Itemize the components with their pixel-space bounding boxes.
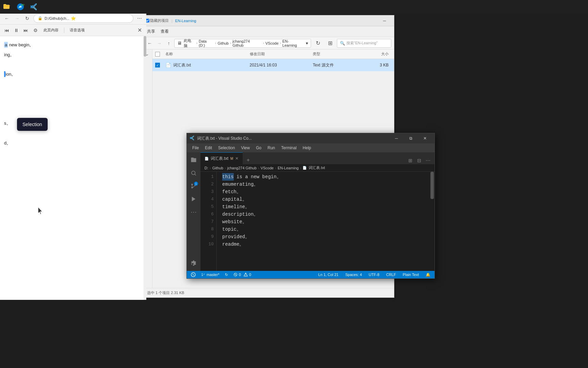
activity-more-icon[interactable]: ⋯ xyxy=(189,207,199,217)
vscode-close-btn[interactable]: ✕ xyxy=(418,134,432,143)
add-tab-btn[interactable]: + xyxy=(244,156,252,164)
reader-back-btn[interactable]: ⏮ xyxy=(3,26,11,34)
menu-help[interactable]: Help xyxy=(300,145,314,151)
split-editor-btn[interactable]: ⊞ xyxy=(407,157,414,164)
file-checkbox[interactable]: ✓ xyxy=(155,63,160,67)
vscode-window: 词汇表.txt - Visual Studio Co... ─ ⧉ ✕ File… xyxy=(186,133,435,279)
bc-arrow-4: › xyxy=(275,166,276,170)
vscode-minimize-btn[interactable]: ─ xyxy=(390,134,403,143)
menu-view[interactable]: View xyxy=(238,145,252,151)
breadcrumb-pc[interactable]: 此电脑 xyxy=(184,38,195,48)
statusbar-position[interactable]: Ln 1, Col 21 xyxy=(317,271,340,278)
menu-file[interactable]: File xyxy=(190,145,201,151)
statusbar-branch[interactable]: master* xyxy=(200,271,221,278)
reader-next-btn[interactable]: ⏭ xyxy=(22,26,30,34)
bc-sep-3: › xyxy=(230,41,231,45)
browser-addressbar: ← → ↻ 🔒 D:/Github/jch... ⭐ ⋯ xyxy=(0,12,146,25)
close-reader-btn[interactable]: ✕ xyxy=(135,26,144,34)
reader-play-btn[interactable]: ⏸ xyxy=(12,26,20,34)
vscode-taskbar-icon[interactable] xyxy=(27,0,41,14)
explorer-minimize-btn[interactable]: ─ xyxy=(378,16,391,26)
nav-back-btn[interactable]: ← xyxy=(146,39,154,47)
type-col-header[interactable]: 类型 xyxy=(313,51,355,57)
code-line-3-text: fetch。 xyxy=(222,188,241,196)
breadcrumb-jchang[interactable]: jchang274 Github xyxy=(232,39,261,47)
bc-drive[interactable]: D: xyxy=(205,166,208,170)
pipe-sep: | xyxy=(170,19,174,23)
statusbar-language[interactable]: Plain Text xyxy=(402,271,421,278)
explorer-ribbon-tabs: 隐藏的项目 | EN-Learning xyxy=(146,18,376,23)
line-numbers: 1 2 3 4 5 6 7 8 9 10 xyxy=(200,172,217,271)
nav-up-btn[interactable]: ↑ xyxy=(165,39,173,47)
editor-scrollbar[interactable] xyxy=(430,172,435,271)
size-col-header[interactable]: 大小 xyxy=(355,51,391,57)
statusbar-error-icon[interactable] xyxy=(190,271,197,278)
breadcrumb-enlearning[interactable]: EN-Learning xyxy=(282,39,303,47)
activity-debug-icon[interactable] xyxy=(189,194,199,204)
statusbar-line-ending[interactable]: CRLF xyxy=(385,271,397,278)
refresh-button[interactable]: ↻ xyxy=(23,14,31,22)
activity-git-icon[interactable]: 1 xyxy=(189,181,199,191)
menu-selection[interactable]: Selection xyxy=(215,145,238,151)
search-bar[interactable]: 🔍 搜索"EN-Learning" xyxy=(337,39,391,48)
statusbar-sync[interactable]: ↻ xyxy=(224,271,229,278)
breadcrumb[interactable]: 🖥 此电脑 › Data (D:) › Github › jchang274 G… xyxy=(174,39,311,48)
bc-vsc[interactable]: VScode xyxy=(261,166,274,170)
statusbar-errors[interactable]: 0 0 xyxy=(232,271,252,278)
bc-github[interactable]: Github xyxy=(212,166,223,170)
edge-taskbar-icon[interactable]: DEV xyxy=(14,0,27,14)
forward-button[interactable]: → xyxy=(13,14,21,22)
reader-scrollbar[interactable] xyxy=(144,36,146,300)
voice-options-btn[interactable]: 语音选项 xyxy=(67,27,87,33)
editor-more-btn[interactable]: ⋯ xyxy=(424,157,432,164)
menu-edit[interactable]: Edit xyxy=(202,145,215,151)
breadcrumb-dropdown[interactable]: ▾ xyxy=(306,41,308,46)
bc-filename[interactable]: 词汇表.txt xyxy=(309,165,325,170)
reader-settings-btn[interactable]: ⚙ xyxy=(31,26,39,34)
file-row-cihuibiao[interactable]: ✓ 📄 词汇表.txt 2021/4/1 16:03 Text 源文件 3 KB xyxy=(152,59,394,71)
nav-forward-btn[interactable]: → xyxy=(155,39,163,47)
content-line-blank-1 xyxy=(4,61,142,68)
bc-enl[interactable]: EN-Learning xyxy=(278,166,299,170)
breadcrumb-vscode[interactable]: VScode xyxy=(265,41,279,45)
vscode-body: 1 ⋯ 📄 词汇表.txt M xyxy=(187,152,435,271)
vscode-tab-cihuibiao[interactable]: 📄 词汇表.txt M ✕ xyxy=(200,152,243,164)
folder-taskbar-icon[interactable] xyxy=(0,0,14,14)
content-blank-6 xyxy=(4,130,142,137)
refresh-btn[interactable]: ↻ xyxy=(314,39,322,47)
file-date-col: 2021/4/1 16:03 xyxy=(250,63,313,67)
address-input[interactable]: 🔒 D:/Github/jch... ⭐ xyxy=(33,14,133,23)
activity-settings-icon[interactable] xyxy=(189,258,199,268)
warnings-count: 0 xyxy=(249,273,251,277)
menu-run[interactable]: Run xyxy=(265,145,278,151)
date-col-header[interactable]: 修改日期 xyxy=(250,51,313,57)
statusbar-encoding[interactable]: UTF-8 xyxy=(368,271,381,278)
statusbar-bell-icon[interactable]: 🔔 xyxy=(424,271,432,278)
view-btn[interactable]: 查看 xyxy=(161,29,169,34)
activity-search-icon[interactable] xyxy=(189,168,199,178)
code-line-4: capital。 xyxy=(222,196,430,203)
page-content-btn[interactable]: 此页内容 xyxy=(41,27,61,33)
editor-code[interactable]: this is a new begin。 emumerating。 fetch。… xyxy=(217,172,430,271)
back-button[interactable]: ← xyxy=(3,14,11,22)
breadcrumb-data[interactable]: Data (D:) xyxy=(199,39,214,47)
statusbar-spaces[interactable]: Spaces: 4 xyxy=(344,271,363,278)
highlighted-this: a xyxy=(4,42,8,48)
select-all-checkbox[interactable] xyxy=(155,52,160,57)
browser-menu-button[interactable]: ⋯ xyxy=(135,14,144,22)
name-col-header[interactable]: 名称 xyxy=(165,51,250,57)
menu-terminal[interactable]: Terminal xyxy=(278,145,299,151)
editor-layout-btn[interactable]: ⊟ xyxy=(415,157,423,164)
vscode-restore-btn[interactable]: ⧉ xyxy=(404,134,418,143)
share-btn[interactable]: 共享 xyxy=(147,29,155,34)
breadcrumb-github[interactable]: Github xyxy=(218,41,229,45)
menu-go[interactable]: Go xyxy=(253,145,264,151)
activity-explorer-icon[interactable] xyxy=(189,155,199,165)
selection-popup[interactable]: Selection xyxy=(17,118,48,131)
code-line-6: description。 xyxy=(222,211,430,218)
hidden-items-tab[interactable]: 隐藏的项目 xyxy=(146,18,169,23)
tab-close-btn[interactable]: ✕ xyxy=(235,156,239,161)
expand-btn[interactable]: ⊞ xyxy=(326,39,334,47)
bc-jchang[interactable]: jchang274 Github xyxy=(227,166,257,170)
line-num-2: 2 xyxy=(200,181,214,188)
